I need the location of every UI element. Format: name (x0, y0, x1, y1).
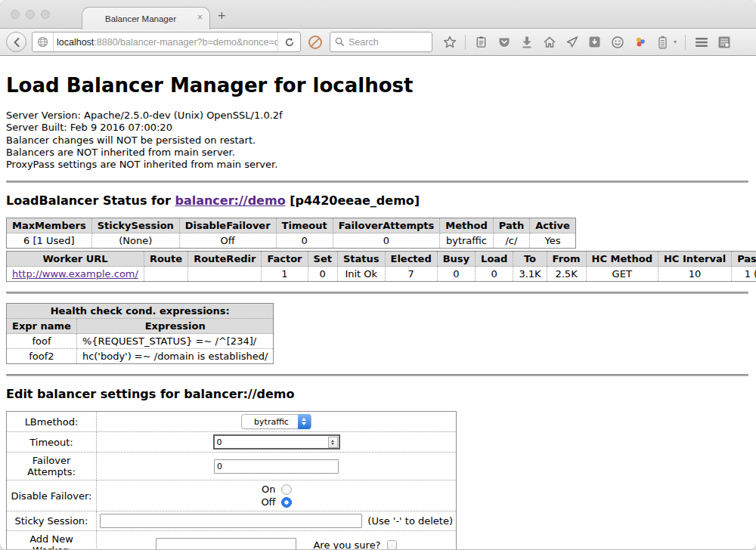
cell-failoverattempts: 0 (333, 233, 440, 249)
disable-failover-off-radio[interactable] (281, 497, 292, 508)
column-header: HC Interval (658, 252, 731, 267)
server-info: Server Version: Apache/2.5.0-dev (Unix) … (6, 110, 748, 171)
cell-passes: 1 (0) (732, 267, 756, 282)
edit-settings-heading: Edit balancer settings for balancer://de… (6, 387, 748, 401)
cell-expression: %{REQUEST_STATUS} =~ /^[234]/ (76, 334, 274, 349)
number-spinner-icon[interactable] (328, 437, 338, 448)
sticky-session-input[interactable] (100, 514, 362, 528)
battery-extension-icon[interactable] (655, 35, 670, 49)
cell-method: bytraffic (440, 233, 493, 249)
lbmethod-select[interactable]: bytraffic (241, 414, 311, 429)
worker-url-link[interactable]: http://www.example.com/ (12, 268, 138, 280)
cell-set: 0 (308, 267, 337, 282)
column-header: Expr name (7, 319, 77, 334)
column-header: To (513, 252, 547, 267)
column-header: Busy (437, 252, 475, 267)
send-tab-icon[interactable] (565, 35, 579, 49)
column-header: Expression (76, 319, 274, 334)
zoom-window-button[interactable] (41, 10, 50, 19)
bookmark-star-icon[interactable] (442, 35, 457, 49)
column-header: Timeout (276, 218, 333, 233)
cell-active: Yes (530, 233, 576, 249)
cell-expression: hc('body') =~ /domain is established/ (76, 349, 274, 364)
reading-list-icon[interactable] (474, 35, 488, 49)
search-bar[interactable]: Search (330, 32, 432, 52)
cell-hc-interval: 10 (658, 267, 731, 282)
tab-close-icon[interactable]: × (197, 13, 203, 22)
column-header: Factor (262, 252, 308, 267)
new-tab-button[interactable]: + (218, 9, 226, 23)
menu-hamburger-icon[interactable] (694, 35, 708, 49)
form-row-add-worker: Add New Worker: Are you sure? (7, 531, 457, 549)
failover-attempts-input[interactable] (214, 459, 339, 474)
health-check-table: Health check cond. expressions: Expr nam… (6, 303, 274, 364)
inherit-notice-line: Balancers are NOT inherited from main se… (6, 147, 748, 159)
lbmethod-label: LBmethod: (7, 412, 97, 432)
cell-timeout: 0 (276, 233, 333, 249)
search-icon (335, 37, 345, 47)
downloads-icon[interactable] (519, 35, 534, 49)
extension-colored-dots-icon[interactable] (633, 35, 647, 49)
are-you-sure-checkbox[interactable] (387, 540, 397, 549)
url-path: :8880/balancer-manager?b=demo&nonce=decc… (94, 37, 277, 48)
cell-maxmembers: 6 [1 Used] (7, 233, 92, 249)
chat-smiley-icon[interactable] (610, 35, 624, 49)
sticky-session-label: Sticky Session: (7, 511, 97, 531)
form-row-disable-failover: Disable Failover: On Off (7, 480, 457, 511)
server-built-line: Server Built: Feb 9 2016 07:00:20 (6, 122, 748, 134)
url-input[interactable]: localhost:8880/balancer-manager?b=demo&n… (54, 37, 277, 48)
minimize-window-button[interactable] (26, 10, 35, 19)
are-you-sure-label: Are you sure? (313, 539, 380, 549)
back-arrow-icon (11, 37, 22, 48)
cell-from: 2.5K (547, 267, 586, 282)
adblock-icon[interactable] (306, 33, 324, 51)
window-controls[interactable] (11, 10, 50, 19)
tab-balancer-manager[interactable]: Balancer Manager × (82, 7, 210, 29)
column-header: MaxMembers (7, 218, 92, 233)
navigation-toolbar: localhost:8880/balancer-manager?b=demo&n… (0, 29, 756, 56)
cell-factor: 1 (262, 267, 308, 282)
section-divider (6, 292, 748, 294)
cell-hc-method: GET (586, 267, 658, 282)
column-header: Load (476, 252, 513, 267)
column-header: Active (530, 218, 576, 233)
worker-table: Worker URL Route RouteRedir Factor Set S… (6, 251, 756, 282)
site-identity-globe-icon[interactable] (33, 32, 54, 51)
timeout-input-wrap (213, 434, 340, 450)
reload-button[interactable] (277, 32, 300, 51)
browser-window: Balancer Manager × + localhost:8880/bala… (0, 0, 756, 550)
server-version-line: Server Version: Apache/2.5.0-dev (Unix) … (6, 110, 748, 122)
table-header-row: Worker URL Route RouteRedir Factor Set S… (7, 252, 756, 267)
persist-notice-line: Balancer changes will NOT be persisted o… (6, 134, 748, 147)
table-header-row: Expr name Expression (7, 319, 274, 334)
cell-expr-name: foof2 (7, 349, 77, 364)
home-icon[interactable] (542, 35, 556, 49)
cell-route (144, 267, 187, 282)
column-header: Method (440, 218, 493, 233)
balancer-status-table: MaxMembers StickySession DisableFailover… (6, 218, 576, 249)
disable-failover-on-radio[interactable] (281, 484, 292, 495)
balancer-demo-link[interactable]: balancer://demo (175, 193, 285, 208)
add-worker-input[interactable] (156, 538, 296, 549)
worker-row: http://www.example.com/ 1 0 Init Ok 7 0 … (7, 267, 756, 282)
sidebar-grid-icon[interactable] (717, 35, 731, 49)
failover-attempts-label: Failover Attempts: (7, 453, 97, 480)
tab-title: Balancer Manager (105, 14, 176, 23)
close-window-button[interactable] (11, 10, 20, 19)
timeout-input[interactable] (215, 437, 328, 447)
sticky-session-hint: (Use '-' to delete) (367, 515, 453, 527)
save-to-device-icon[interactable] (587, 35, 602, 49)
cell-load: 0 (476, 267, 513, 282)
lbmethod-selected-value: bytraffic (242, 417, 298, 427)
column-header: Route (144, 252, 187, 267)
form-row-lbmethod: LBmethod: bytraffic (7, 412, 457, 432)
proxypass-notice-line: ProxyPass settings are NOT inherited fro… (6, 159, 748, 171)
form-row-sticky-session: Sticky Session: (Use '-' to delete) (7, 511, 457, 531)
pocket-icon[interactable] (497, 35, 511, 49)
cell-expr-name: foof (7, 334, 77, 349)
disable-failover-label: Disable Failover: (7, 480, 97, 511)
back-button[interactable] (6, 32, 26, 52)
chevron-down-icon[interactable]: ▾ (674, 39, 677, 45)
select-stepper-icon (298, 414, 311, 429)
url-bar[interactable]: localhost:8880/balancer-manager?b=demo&n… (32, 32, 301, 52)
